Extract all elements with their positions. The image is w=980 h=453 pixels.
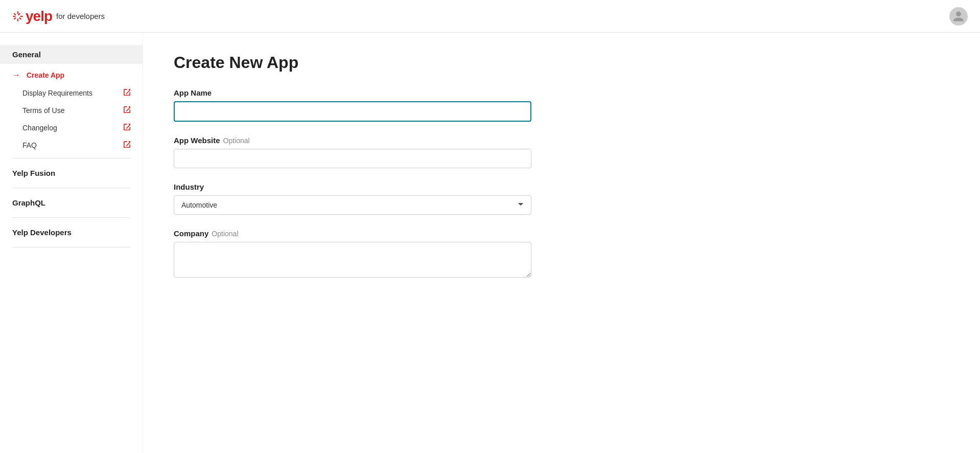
arrow-right-icon: → (12, 71, 20, 80)
main-content: Create New App App Name App Website Opti… (143, 33, 603, 453)
sidebar-item-label-changelog: Changelog (22, 124, 57, 132)
app-website-group: App Website Optional (174, 136, 572, 168)
external-link-icon-terms (124, 106, 130, 115)
sidebar-item-terms-of-use[interactable]: Terms of Use (0, 102, 143, 119)
sidebar-item-display-requirements[interactable]: Display Requirements (0, 84, 143, 102)
svg-rect-7 (14, 17, 16, 19)
sidebar-item-faq[interactable]: FAQ (0, 137, 143, 154)
sidebar-item-graphql[interactable]: GraphQL (0, 192, 143, 213)
yelp-wordmark: yelp (26, 8, 52, 25)
svg-rect-0 (17, 11, 18, 14)
app-website-input[interactable] (174, 149, 531, 168)
sidebar-divider-3 (12, 217, 130, 218)
yelp-burst-icon (12, 11, 24, 22)
page-title: Create New App (174, 53, 572, 72)
svg-rect-5 (19, 17, 21, 19)
app-name-group: App Name (174, 88, 572, 122)
svg-rect-2 (13, 15, 16, 16)
sidebar-divider-2 (12, 188, 130, 188)
svg-rect-3 (20, 15, 23, 16)
sidebar-divider-4 (12, 247, 130, 247)
industry-label: Industry (174, 183, 572, 191)
company-label-text: Company (174, 229, 208, 238)
page-layout: General → Create App Display Requirement… (0, 33, 980, 453)
app-website-optional-text: Optional (223, 137, 250, 145)
external-link-icon-display (124, 89, 130, 97)
svg-rect-4 (14, 13, 16, 15)
sidebar-section-general: General → Create App Display Requirement… (0, 45, 143, 154)
industry-group: Industry Automotive Technology Healthcar… (174, 183, 572, 215)
sidebar-item-label-faq: FAQ (22, 141, 37, 149)
app-website-label-text: App Website (174, 136, 220, 145)
industry-select-wrapper: Automotive Technology Healthcare Finance… (174, 195, 531, 215)
svg-rect-1 (17, 18, 18, 21)
sidebar: General → Create App Display Requirement… (0, 33, 143, 453)
sidebar-divider-1 (12, 158, 130, 158)
logo-area: yelp for developers (12, 8, 105, 25)
app-name-input[interactable] (174, 101, 531, 122)
industry-select[interactable]: Automotive Technology Healthcare Finance… (174, 195, 531, 215)
user-icon (952, 10, 965, 22)
for-developers-text: for developers (56, 12, 105, 20)
sidebar-item-label-terms-of-use: Terms of Use (22, 106, 64, 115)
avatar[interactable] (949, 7, 968, 26)
sidebar-section-header-general: General (0, 45, 143, 64)
sidebar-item-yelp-fusion[interactable]: Yelp Fusion (0, 163, 143, 184)
company-label: Company Optional (174, 229, 572, 238)
sidebar-item-changelog[interactable]: Changelog (0, 119, 143, 137)
sidebar-item-yelp-developers[interactable]: Yelp Developers (0, 222, 143, 243)
yelp-logo: yelp (12, 8, 52, 25)
company-group: Company Optional (174, 229, 572, 279)
header: yelp for developers (0, 0, 980, 33)
sidebar-item-label-create-app: Create App (27, 71, 64, 79)
sidebar-item-create-app[interactable]: → Create App (0, 66, 143, 84)
company-optional-text: Optional (212, 230, 238, 238)
app-name-label: App Name (174, 88, 572, 97)
app-website-label: App Website Optional (174, 136, 572, 145)
external-link-icon-faq (124, 141, 130, 149)
sidebar-item-label-display-requirements: Display Requirements (22, 89, 92, 97)
company-input[interactable] (174, 242, 531, 278)
external-link-icon-changelog (124, 124, 130, 132)
